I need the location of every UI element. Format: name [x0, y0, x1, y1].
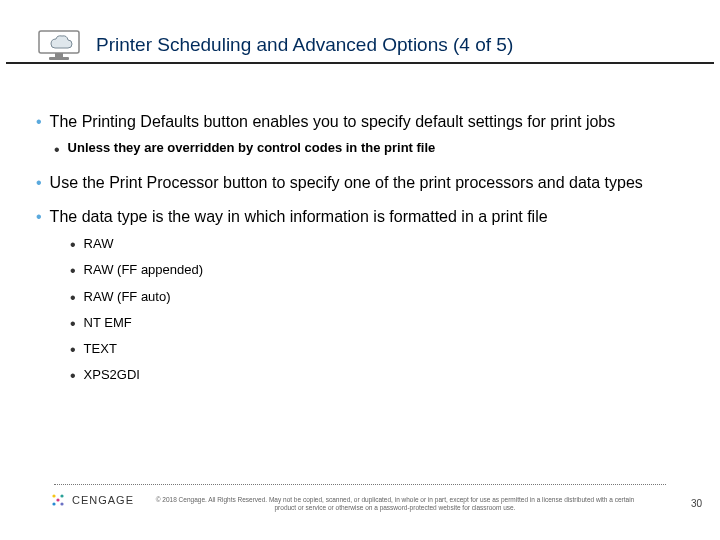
bullet-icon: • — [36, 173, 42, 192]
svg-rect-2 — [49, 57, 69, 60]
list-item: •TEXT — [70, 340, 684, 359]
bullet-text: The Printing Defaults button enables you… — [50, 112, 616, 132]
bullet-list: •The Printing Defaults button enables yo… — [36, 112, 684, 385]
bullet-icon: • — [70, 288, 76, 307]
bullet-text: The data type is the way in which inform… — [50, 207, 548, 227]
brand-logo: CENGAGE — [50, 492, 134, 508]
list-item: •The Printing Defaults button enables yo… — [36, 112, 684, 159]
bullet-icon: • — [70, 366, 76, 385]
brand-text: CENGAGE — [72, 494, 134, 506]
page-number: 30 — [691, 498, 702, 509]
bullet-text: Use the Print Processor button to specif… — [50, 173, 643, 193]
bullet-icon: • — [70, 235, 76, 254]
list-item: •NT EMF — [70, 314, 684, 333]
slide-content: •The Printing Defaults button enables yo… — [36, 112, 684, 385]
bullet-text: RAW (FF appended) — [84, 261, 203, 279]
slide-header: Printer Scheduling and Advanced Options … — [36, 26, 684, 64]
list-item: •Use the Print Processor button to speci… — [36, 173, 684, 193]
list-item: •RAW (FF auto) — [70, 288, 684, 307]
bullet-text: XPS2GDI — [84, 366, 140, 384]
list-item: •XPS2GDI — [70, 366, 684, 385]
bullet-icon: • — [54, 140, 60, 159]
slide-footer: CENGAGE © 2018 Cengage. All Rights Reser… — [0, 484, 720, 532]
svg-point-5 — [52, 502, 55, 505]
bullet-icon: • — [70, 261, 76, 280]
svg-rect-1 — [55, 53, 63, 57]
svg-point-6 — [60, 502, 63, 505]
cengage-star-icon — [50, 492, 66, 508]
slide: Printer Scheduling and Advanced Options … — [0, 0, 720, 540]
bullet-text: Unless they are overridden by control co… — [68, 140, 436, 157]
title-underline — [6, 62, 714, 64]
bullet-icon: • — [70, 314, 76, 333]
list-item: •RAW — [70, 235, 684, 254]
cloud-monitor-icon — [36, 26, 82, 64]
list-item: •RAW (FF appended) — [70, 261, 684, 280]
footer-divider — [54, 484, 666, 485]
bullet-text: RAW — [84, 235, 114, 253]
bullet-text: RAW (FF auto) — [84, 288, 171, 306]
bullet-text: TEXT — [84, 340, 117, 358]
bullet-icon: • — [36, 207, 42, 226]
list-item: •Unless they are overridden by control c… — [54, 140, 684, 159]
bullet-icon: • — [36, 112, 42, 131]
svg-point-4 — [60, 494, 63, 497]
svg-point-7 — [56, 498, 59, 501]
svg-point-3 — [52, 494, 55, 497]
slide-title: Printer Scheduling and Advanced Options … — [96, 34, 513, 56]
list-item: •The data type is the way in which infor… — [36, 207, 684, 385]
bullet-icon: • — [70, 340, 76, 359]
copyright-text: © 2018 Cengage. All Rights Reserved. May… — [150, 496, 640, 512]
bullet-text: NT EMF — [84, 314, 132, 332]
